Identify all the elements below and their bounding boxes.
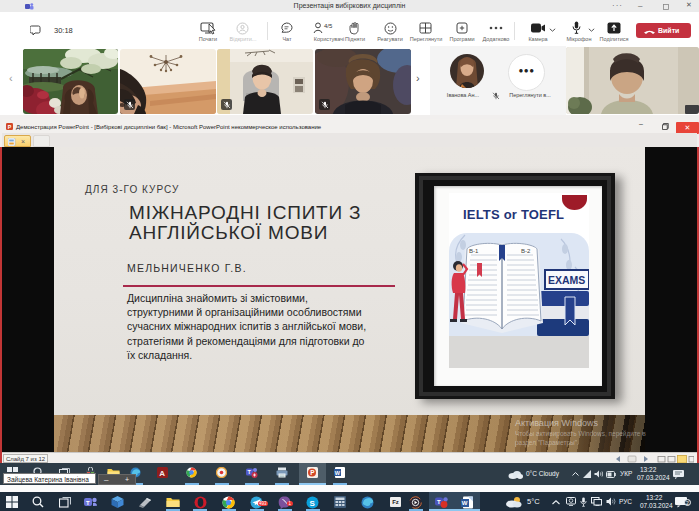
svg-text:W: W bbox=[462, 500, 468, 506]
svg-text:B-1: B-1 bbox=[469, 248, 479, 254]
svg-text:B-2: B-2 bbox=[521, 248, 531, 254]
svg-text:4/5: 4/5 bbox=[324, 23, 333, 29]
svg-text:P: P bbox=[310, 469, 315, 476]
svg-text:T: T bbox=[86, 500, 90, 506]
svg-text:EXAMS: EXAMS bbox=[548, 274, 585, 286]
svg-text:A: A bbox=[159, 469, 165, 478]
svg-text:T: T bbox=[437, 499, 441, 505]
svg-text:P: P bbox=[8, 124, 12, 130]
svg-text:W: W bbox=[335, 470, 341, 476]
svg-text:S: S bbox=[310, 498, 316, 507]
